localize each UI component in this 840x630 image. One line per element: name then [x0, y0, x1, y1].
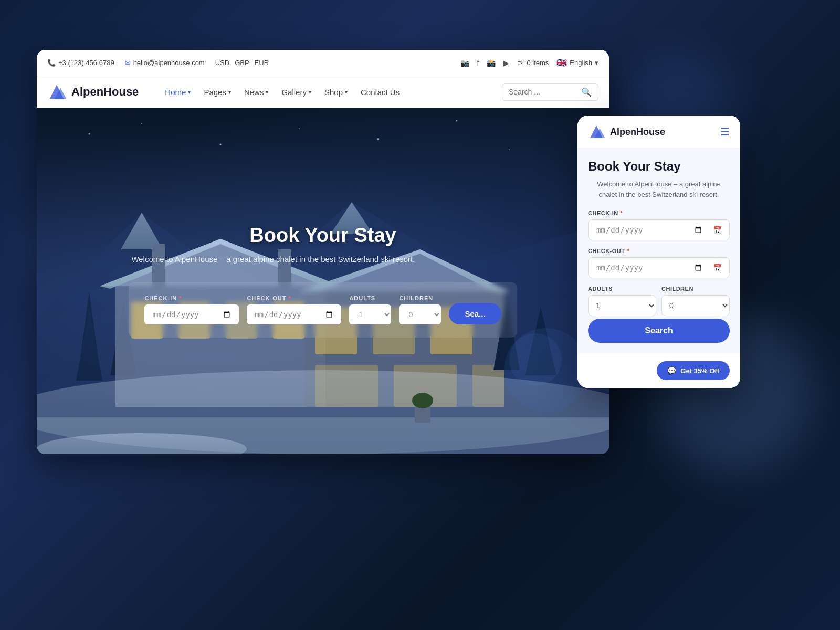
nav-search-input[interactable] — [509, 88, 577, 96]
widget-checkout-required: * — [627, 248, 629, 254]
chat-icon: 💬 — [667, 366, 676, 375]
svg-point-5 — [220, 144, 222, 145]
hero-section: Book Your Stay Welcome to AlpenHouse – a… — [37, 108, 609, 454]
currency-usd[interactable]: USD — [215, 59, 229, 67]
widget-adults-label: ADULTS — [588, 286, 656, 292]
widget-checkout-group: CHECK-OUT * 📅 — [588, 248, 730, 278]
widget-checkin-input[interactable] — [596, 225, 703, 235]
svg-point-3 — [89, 133, 90, 135]
svg-point-6 — [299, 128, 300, 129]
widget-adults-children-row: ADULTS 1 2 3 4 CHILDREN 0 1 2 3 — [588, 286, 730, 316]
checkout-label: CHECK-OUT * — [247, 295, 341, 301]
checkout-group: CHECK-OUT * — [247, 295, 341, 324]
email-info: ✉ hello@alpenhouse.com — [125, 59, 205, 67]
widget-adults-group: ADULTS 1 2 3 4 — [588, 286, 656, 316]
children-group: CHILDREN 0 1 2 3 — [399, 295, 441, 324]
adults-label: ADULTS — [349, 295, 391, 301]
hero-search-button[interactable]: Sea... — [449, 303, 501, 324]
svg-point-42 — [509, 333, 562, 386]
checkin-input[interactable] — [144, 304, 239, 324]
widget-title: Book Your Stay — [588, 159, 730, 174]
nav-shop[interactable]: Shop ▾ — [324, 88, 348, 97]
checkout-required: * — [288, 295, 291, 301]
language-label: English — [570, 59, 592, 67]
top-bar: 📞 +3 (123) 456 6789 ✉ hello@alpenhouse.c… — [37, 50, 609, 76]
adults-group: ADULTS 1 2 3 4 — [349, 295, 391, 324]
widget-search-button[interactable]: Search — [588, 319, 730, 343]
nav-home[interactable]: Home ▾ — [165, 88, 191, 97]
hero-subtitle: Welcome to AlpenHouse – a great alpine c… — [129, 255, 417, 264]
widget-site-name: AlpenHouse — [610, 127, 665, 138]
nav-contact[interactable]: Contact Us — [361, 88, 400, 97]
nav-gallery[interactable]: Gallery ▾ — [281, 88, 311, 97]
checkin-label: CHECK-IN * — [144, 295, 239, 301]
currency-group: USD GBP EUR — [215, 59, 269, 67]
checkout-calendar-icon: 📅 — [713, 264, 722, 272]
nav-bar: AlpenHouse Home ▾ Pages ▾ News ▾ Gallery… — [37, 76, 609, 108]
pages-chevron-icon: ▾ — [228, 89, 231, 95]
widget-children-group: CHILDREN 0 1 2 3 — [662, 286, 730, 316]
svg-point-38 — [412, 393, 433, 408]
hamburger-menu-icon[interactable]: ☰ — [720, 125, 730, 138]
news-chevron-icon: ▾ — [266, 89, 268, 95]
widget-header: AlpenHouse ☰ — [578, 116, 740, 149]
widget-checkin-input-wrapper: 📅 — [588, 219, 730, 240]
logo-mountain-icon — [47, 82, 66, 101]
currency-gbp[interactable]: GBP — [235, 59, 249, 67]
flag-icon: 🇬🇧 — [556, 58, 567, 68]
discount-label: Get 35% Off — [680, 367, 719, 375]
hero-title: Book Your Stay — [129, 224, 517, 247]
checkin-group: CHECK-IN * — [144, 295, 239, 324]
widget-subtitle: Welcome to AlpenHouse – a great alpine c… — [588, 179, 730, 200]
nav-news[interactable]: News ▾ — [244, 88, 269, 97]
widget-footer: 💬 Get 35% Off — [578, 353, 740, 388]
widget-checkout-input-wrapper: 📅 — [588, 257, 730, 278]
nav-pages[interactable]: Pages ▾ — [204, 88, 231, 97]
top-bar-left: 📞 +3 (123) 456 6789 ✉ hello@alpenhouse.c… — [47, 59, 269, 67]
camera-icon[interactable]: 📷 — [460, 59, 469, 67]
nav-search-box[interactable]: 🔍 — [502, 83, 598, 101]
currency-eur[interactable]: EUR — [255, 59, 269, 67]
svg-point-8 — [456, 120, 458, 122]
booking-overlay: Book Your Stay Welcome to AlpenHouse – a… — [118, 224, 527, 338]
svg-point-9 — [509, 149, 510, 150]
widget-children-label: CHILDREN — [662, 286, 730, 292]
lang-chevron-icon: ▾ — [595, 59, 598, 67]
widget-adults-select[interactable]: 1 2 3 4 — [588, 295, 656, 316]
browser-window: 📞 +3 (123) 456 6789 ✉ hello@alpenhouse.c… — [37, 50, 609, 454]
checkin-required: * — [179, 295, 182, 301]
instagram-icon[interactable]: 📸 — [487, 59, 496, 67]
shop-chevron-icon: ▾ — [345, 89, 348, 95]
checkout-input[interactable] — [247, 304, 341, 324]
children-select[interactable]: 0 1 2 3 — [399, 304, 441, 324]
children-label: CHILDREN — [399, 295, 441, 301]
widget-logo-area[interactable]: AlpenHouse — [588, 123, 665, 140]
cart-info[interactable]: 🛍 0 items — [517, 59, 549, 67]
widget-body: Book Your Stay Welcome to AlpenHouse – a… — [578, 149, 740, 353]
svg-point-4 — [141, 123, 142, 124]
language-selector[interactable]: 🇬🇧 English ▾ — [556, 58, 598, 68]
site-name: AlpenHouse — [71, 85, 139, 99]
widget-children-select[interactable]: 0 1 2 3 — [662, 295, 730, 316]
home-chevron-icon: ▾ — [188, 89, 191, 95]
widget-checkin-group: CHECK-IN * 📅 — [588, 210, 730, 240]
youtube-icon[interactable]: ▶ — [503, 59, 509, 67]
logo-area[interactable]: AlpenHouse — [47, 82, 139, 101]
adults-select[interactable]: 1 2 3 4 — [349, 304, 391, 324]
widget-checkout-input[interactable] — [596, 263, 703, 272]
email-icon: ✉ — [125, 59, 131, 67]
cart-items: 0 items — [527, 59, 549, 67]
nav-links: Home ▾ Pages ▾ News ▾ Gallery ▾ Shop ▾ C… — [165, 88, 486, 97]
mobile-widget-panel: AlpenHouse ☰ Book Your Stay Welcome to A… — [578, 116, 740, 388]
widget-checkout-label: CHECK-OUT * — [588, 248, 730, 254]
cart-icon: 🛍 — [517, 59, 524, 67]
phone-icon: 📞 — [47, 59, 56, 67]
hero-booking-form: CHECK-IN * CHECK-OUT * ADULTS 1 2 3 — [129, 282, 517, 338]
discount-button[interactable]: 💬 Get 35% Off — [657, 361, 730, 380]
widget-checkin-label: CHECK-IN * — [588, 210, 730, 216]
email-address: hello@alpenhouse.com — [133, 59, 205, 67]
phone-number: +3 (123) 456 6789 — [58, 59, 114, 67]
facebook-icon[interactable]: f — [477, 59, 479, 67]
phone-info: 📞 +3 (123) 456 6789 — [47, 59, 114, 67]
nav-search-button[interactable]: 🔍 — [581, 87, 592, 97]
